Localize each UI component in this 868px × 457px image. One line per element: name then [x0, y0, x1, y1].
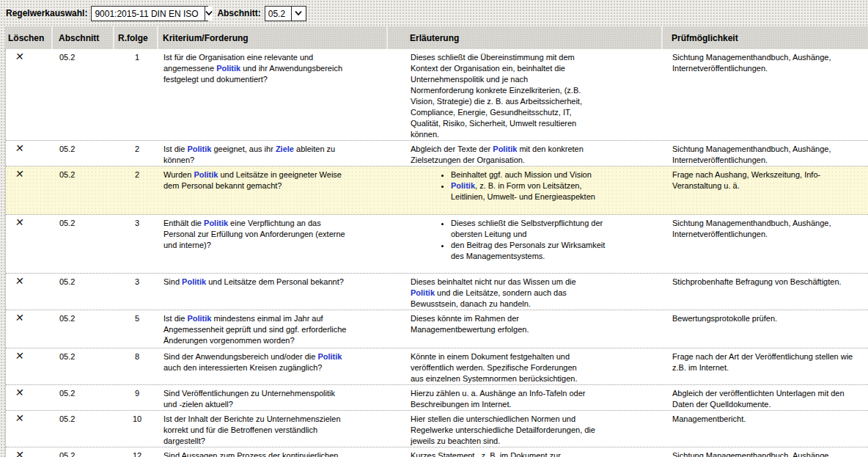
text-segment: Abgleich der Texte der	[411, 145, 493, 153]
term-link[interactable]: Politik	[411, 288, 435, 297]
term-link[interactable]: Politik	[204, 219, 228, 227]
erlaeuterung-cell: Hierzu zählen u. a. Aushänge an Info-Taf…	[389, 385, 663, 410]
toolbar: Regelwerkauswahl: 9001:2015-11 DIN EN IS…	[0, 0, 868, 26]
delete-cell: ✕	[6, 385, 54, 410]
table-row[interactable]: ✕05.210Ist der Inhalt der Berichte zu Un…	[6, 411, 868, 447]
abschnitt-cell: 05.2	[54, 385, 115, 410]
regelwerk-selected-value: 9001:2015-11 DIN EN ISO	[92, 7, 204, 21]
term-link[interactable]: Politik	[187, 314, 211, 323]
column-header-pruefmoeglichkeit: Prüfmöglichkeit	[663, 26, 868, 49]
term-link[interactable]: Politik	[194, 170, 218, 179]
term-link[interactable]: Politik	[216, 64, 240, 73]
table-row[interactable]: ✕05.28Sind der Anwendungsbereich und/ode…	[6, 348, 868, 385]
text-segment: und Leitsätze dem Personal bekannt?	[206, 277, 344, 286]
delete-cell: ✕	[6, 49, 54, 140]
erlaeuterung-cell: Dieses schließt die Übereinstimmung mit …	[389, 49, 663, 140]
abschnitt-cell: 05.2	[54, 447, 115, 457]
delete-icon[interactable]: ✕	[15, 313, 24, 323]
table-row[interactable]: ✕05.23Enthält die Politik eine Verpflich…	[6, 215, 868, 274]
text-segment: den Beitrag des Personals zur Wirksamkei…	[451, 241, 605, 260]
table-row[interactable]: ✕05.23Sind Politik und Leitsätze dem Per…	[6, 274, 868, 310]
kriterium-cell: Sind Politik und Leitsätze dem Personal …	[159, 274, 389, 310]
delete-icon[interactable]: ✕	[15, 450, 24, 457]
delete-icon[interactable]: ✕	[15, 388, 24, 398]
table-row[interactable]: ✕05.29Sind Veröffentlichungen zu Unterne…	[6, 385, 868, 411]
abschnitt-select[interactable]: 05.2	[265, 6, 306, 21]
rfolge-cell: 3	[115, 274, 159, 310]
column-header-kriterium: Kriterium/Forderung	[158, 26, 388, 49]
delete-icon[interactable]: ✕	[15, 52, 24, 62]
delete-cell: ✕	[6, 141, 54, 166]
term-link[interactable]: Politik	[182, 277, 206, 286]
kriterium-cell: Sind der Anwendungsbereich und/oder die …	[159, 348, 389, 384]
abschnitt-cell: 05.2	[54, 167, 115, 214]
text-segment: geeignet, aus ihr	[211, 145, 275, 153]
abschnitt-cell: 05.2	[54, 49, 115, 140]
delete-cell: ✕	[6, 348, 54, 384]
term-link[interactable]: Politik	[317, 352, 342, 361]
pruefmoeglichkeit-cell: Managementbericht.	[663, 411, 868, 447]
delete-icon[interactable]: ✕	[15, 169, 24, 179]
abschnitt-cell: 05.2	[54, 310, 115, 348]
pruefmoeglichkeit-cell: Sichtung Managementhandbuch, Aushänge, I…	[663, 49, 868, 140]
table-header-row: Löschen Abschnitt R.folge Kriterium/Ford…	[5, 26, 868, 49]
term-link[interactable]: Politik	[451, 181, 475, 190]
text-segment: Dieses könnte im Rahmen der Managementbe…	[411, 314, 529, 334]
bullet-item: den Beitrag des Personals zur Wirksamkei…	[451, 240, 659, 262]
delete-icon[interactable]: ✕	[15, 414, 24, 423]
column-header-erlaeuterung: Erläuterung	[388, 26, 663, 49]
term-link[interactable]: Ziele	[276, 145, 294, 153]
bullet-item: Politik, z. B. in Form von Leitsätzen, L…	[451, 180, 659, 202]
table-row[interactable]: ✕05.25Ist die Politik mindestens einmal …	[6, 310, 868, 348]
bullet-item: Beinhaltet ggf. auch Mission und Vision	[451, 169, 659, 180]
rfolge-cell: 1	[115, 49, 159, 140]
rfolge-cell: 5	[115, 310, 159, 348]
delete-icon[interactable]: ✕	[15, 351, 24, 361]
text-segment: Sind	[163, 277, 182, 286]
term-link[interactable]: Politik	[493, 145, 517, 153]
rfolge-cell: 2	[115, 167, 159, 214]
erlaeuterung-cell: Könnte in einem Dokument festgehalten un…	[389, 348, 663, 384]
erlaeuterung-cell: Dieses könnte im Rahmen der Managementbe…	[389, 310, 663, 348]
rfolge-cell: 9	[115, 385, 159, 410]
delete-cell: ✕	[6, 310, 54, 348]
kriterium-cell: Sind Aussagen zum Prozess der kontinuier…	[159, 447, 389, 457]
delete-icon[interactable]: ✕	[15, 144, 24, 153]
regelwerk-select[interactable]: 9001:2015-11 DIN EN ISO	[91, 6, 208, 21]
kriterium-cell: Enthält die Politik eine Verpflichtung a…	[159, 215, 389, 273]
text-segment: Hierzu zählen u. a. Aushänge an Info-Taf…	[411, 389, 586, 409]
chevron-down-icon[interactable]	[205, 7, 213, 21]
rfolge-cell: 2	[115, 141, 159, 166]
text-segment: Hier stellen die unterschiedlichen Norme…	[411, 414, 595, 445]
text-segment: Könnte in einem Dokument festgehalten un…	[411, 352, 577, 383]
chevron-down-icon[interactable]	[291, 7, 306, 21]
pruefmoeglichkeit-cell: Abgleich der veröffentlichten Unterlagen…	[663, 385, 868, 410]
text-segment: Kurzes Statement , z. B. im Dokument zur…	[411, 451, 561, 457]
kriterium-cell: Ist die Politik mindestens einmal im Jah…	[159, 310, 389, 348]
delete-cell: ✕	[6, 215, 54, 273]
table-row[interactable]: ✕05.212Sind Aussagen zum Prozess der kon…	[6, 447, 868, 457]
abschnitt-cell: 05.2	[54, 411, 115, 447]
text-segment: Enthält die	[163, 219, 204, 227]
abschnitt-selected-value: 05.2	[265, 7, 291, 21]
pruefmoeglichkeit-cell: Frage nach Aushang, Werkszeitung, Info- …	[663, 167, 868, 214]
delete-cell: ✕	[6, 411, 54, 447]
column-header-loeschen: Löschen	[5, 26, 53, 49]
text-segment: Sind Veröffentlichungen zu Unternehmensp…	[163, 389, 335, 409]
table-row[interactable]: ✕05.22Wurden Politik und Leitsätze in ge…	[6, 167, 868, 215]
pruefmoeglichkeit-cell: Frage nach der Art der Veröffentlichung …	[663, 348, 868, 384]
delete-icon[interactable]: ✕	[15, 277, 24, 286]
text-segment: Dieses schließt die Übereinstimmung mit …	[411, 53, 582, 139]
delete-icon[interactable]: ✕	[15, 218, 24, 227]
term-link[interactable]: Politik	[187, 145, 211, 153]
table-row[interactable]: ✕05.22Ist die Politik geeignet, aus ihr …	[6, 141, 868, 167]
kriterium-cell: Ist der Inhalt der Berichte zu Unternehm…	[159, 411, 389, 447]
text-segment: Ist der Inhalt der Berichte zu Unternehm…	[163, 414, 341, 445]
criteria-table: Löschen Abschnitt R.folge Kriterium/Ford…	[5, 26, 868, 457]
table-row[interactable]: ✕05.21Ist für die Organisation eine rele…	[6, 49, 868, 141]
delete-cell: ✕	[6, 447, 54, 457]
delete-cell: ✕	[6, 274, 54, 310]
erlaeuterung-cell: Hier stellen die unterschiedlichen Norme…	[389, 411, 663, 447]
text-segment: Ist die	[163, 145, 187, 153]
text-segment: Sind der Anwendungsbereich und/oder die	[163, 352, 317, 361]
